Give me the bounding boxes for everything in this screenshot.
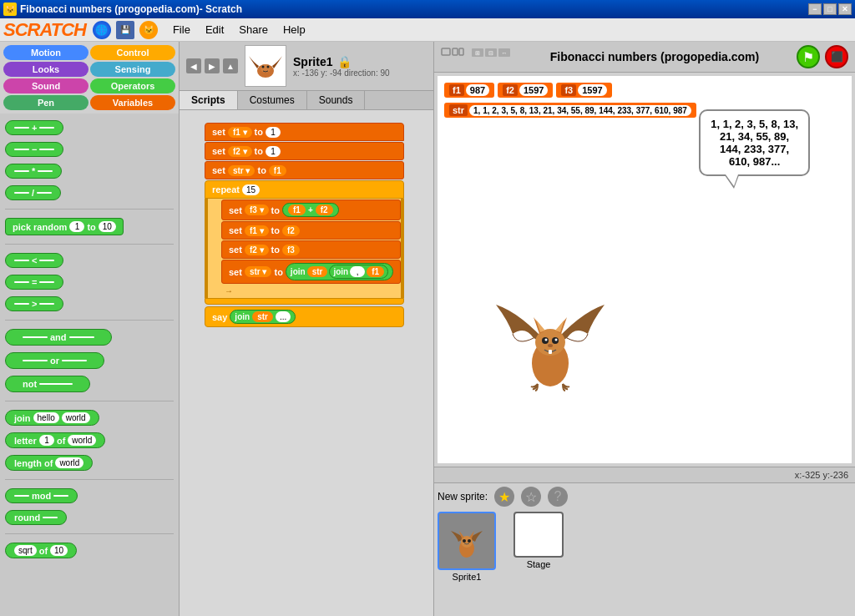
subtract-block[interactable]: −	[5, 142, 63, 157]
f2b-select[interactable]: f2 ▾	[245, 245, 269, 255]
nav-right-button[interactable]: ▶	[205, 58, 220, 73]
menu-help[interactable]: Help	[276, 22, 312, 38]
tab-sounds[interactable]: Sounds	[307, 91, 366, 109]
category-motion[interactable]: Motion	[3, 45, 89, 60]
sprite1-thumb[interactable]	[438, 512, 496, 570]
eq-right[interactable]	[39, 281, 54, 283]
f2-addend[interactable]: f2	[316, 204, 333, 215]
new-sprite-upload-button[interactable]: ☆	[521, 487, 541, 507]
letter-num[interactable]: 1	[39, 435, 54, 446]
set-f2b-block[interactable]: set f2 ▾ to f3	[221, 240, 401, 259]
round-input[interactable]	[43, 517, 58, 518]
menu-file[interactable]: File	[166, 22, 197, 38]
join-val2[interactable]: world	[62, 412, 90, 423]
category-pen[interactable]: Pen	[3, 95, 89, 110]
f1b-f2-val[interactable]: f2	[282, 225, 300, 236]
stop-button[interactable]: ⬛	[825, 45, 848, 68]
say-block[interactable]: say join str ...	[205, 306, 404, 327]
category-sound[interactable]: Sound	[3, 78, 89, 93]
add-right-input[interactable]	[39, 127, 54, 129]
add-block[interactable]: +	[5, 120, 63, 135]
pick-random-block[interactable]: pick random 1 to 10	[5, 218, 124, 235]
f2-val[interactable]: 1	[266, 146, 281, 157]
save-icon[interactable]: 💾	[116, 21, 134, 39]
greater-than-block[interactable]: >	[5, 296, 63, 311]
maximize-button[interactable]: □	[823, 3, 837, 15]
not-block[interactable]: not	[5, 376, 90, 392]
not-input[interactable]	[39, 383, 73, 385]
stage-thumb[interactable]	[514, 512, 564, 558]
and-right[interactable]	[69, 336, 94, 338]
stage-card[interactable]: Stage	[509, 512, 568, 582]
f1b-select[interactable]: f1 ▾	[245, 225, 269, 236]
f2-var-select[interactable]: f2 ▾	[228, 146, 252, 157]
set-f2-block[interactable]: set f2 ▾ to 1	[205, 142, 404, 160]
sqrt-val[interactable]: 10	[50, 545, 68, 556]
minimize-button[interactable]: −	[808, 3, 822, 15]
sub-left-input[interactable]	[14, 149, 29, 150]
set-f1b-block[interactable]: set f1 ▾ to f2	[221, 221, 401, 240]
set-f3-block[interactable]: set f3 ▾ to f1 + f2	[221, 199, 401, 220]
f3-select[interactable]: f3 ▾	[245, 204, 269, 215]
or-block[interactable]: or	[5, 352, 104, 369]
category-control[interactable]: Control	[90, 45, 175, 60]
set-str2-block[interactable]: set str ▾ to join str join , f1	[221, 260, 401, 284]
mod-left[interactable]	[14, 495, 29, 497]
random-from-input[interactable]: 1	[69, 221, 84, 232]
new-sprite-random-button[interactable]: ?	[548, 487, 568, 507]
ellipsis-val[interactable]: ...	[276, 311, 291, 322]
div-right-input[interactable]	[37, 192, 52, 194]
close-button[interactable]: ✕	[838, 3, 852, 15]
sprite1-card[interactable]: Sprite1	[438, 512, 496, 582]
join-str-block[interactable]: join str join , f1	[286, 263, 393, 280]
and-block[interactable]: and	[5, 329, 112, 346]
str-say-val[interactable]: str	[252, 311, 273, 322]
eq-left[interactable]	[14, 281, 29, 283]
f1-var-select[interactable]: f1 ▾	[228, 127, 252, 138]
nav-up-button[interactable]: ▲	[223, 58, 238, 73]
set-str-block[interactable]: set str ▾ to f1	[205, 161, 404, 179]
nav-left-button[interactable]: ◀	[186, 58, 201, 73]
sqrt-func[interactable]: sqrt	[14, 545, 37, 556]
mod-block[interactable]: mod	[5, 488, 78, 503]
divide-block[interactable]: /	[5, 185, 61, 200]
str-f1-val[interactable]: f1	[269, 165, 286, 176]
f2b-f3-val[interactable]: f3	[282, 245, 300, 255]
or-left[interactable]	[23, 360, 48, 361]
letter-block[interactable]: letter 1 of world	[5, 432, 105, 448]
mul-left-input[interactable]	[14, 170, 29, 172]
sqrt-block[interactable]: sqrt of 10	[5, 543, 77, 558]
mul-right-input[interactable]	[38, 170, 53, 172]
length-val[interactable]: world	[55, 457, 83, 468]
join-comma-f1[interactable]: join , f1	[329, 265, 388, 279]
multiply-block[interactable]: *	[5, 164, 62, 179]
f1-final-val[interactable]: f1	[367, 266, 384, 277]
globe-icon[interactable]: 🌐	[93, 21, 111, 39]
div-left-input[interactable]	[14, 192, 29, 194]
str-var-select[interactable]: str ▾	[228, 165, 255, 176]
and-left[interactable]	[23, 336, 48, 338]
tab-costumes[interactable]: Costumes	[238, 91, 307, 109]
category-operators[interactable]: Operators	[90, 78, 175, 93]
random-to-input[interactable]: 10	[99, 221, 116, 232]
scripts-canvas[interactable]: set f1 ▾ to 1 set f2 ▾ to 1 set str ▾ to	[180, 110, 433, 616]
equals-block[interactable]: =	[5, 275, 63, 290]
mod-right[interactable]	[53, 495, 68, 497]
of-val[interactable]: world	[68, 435, 96, 446]
category-variables[interactable]: Variables	[90, 95, 175, 110]
round-block[interactable]: round	[5, 510, 67, 525]
repeat-n[interactable]: 15	[242, 184, 260, 195]
gt-right[interactable]	[39, 303, 54, 305]
less-than-block[interactable]: <	[5, 253, 63, 268]
scratch-cat-icon[interactable]: 🐱	[139, 21, 158, 39]
comma-val[interactable]: ,	[350, 266, 365, 277]
f1-addend[interactable]: f1	[288, 204, 306, 215]
lt-right[interactable]	[39, 260, 54, 261]
category-looks[interactable]: Looks	[3, 62, 89, 77]
length-block[interactable]: length of world	[5, 455, 93, 471]
menu-share[interactable]: Share	[232, 22, 275, 38]
green-flag-button[interactable]: ⚑	[797, 45, 820, 68]
join-block[interactable]: join hello world	[5, 410, 99, 426]
or-right[interactable]	[62, 360, 87, 361]
repeat-block[interactable]: repeat 15 set f3 ▾ to f1 +	[205, 180, 404, 305]
